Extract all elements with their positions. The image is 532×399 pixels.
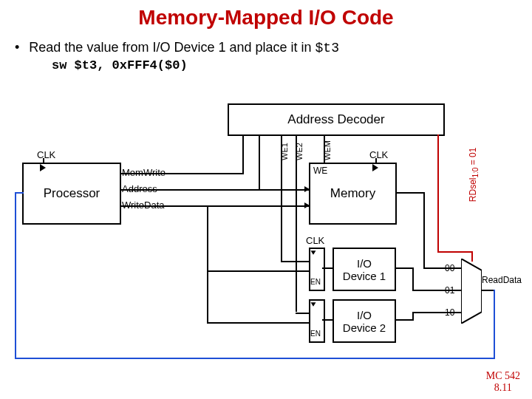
rdsel-label: RDsel1:0 = 01	[468, 135, 480, 202]
footer-page: 8.11	[486, 382, 520, 393]
wire-blue	[494, 290, 495, 358]
wem-label: WEM	[323, 138, 332, 160]
wire	[207, 270, 309, 272]
wire-blue	[15, 192, 24, 194]
clk-label-io1: CLK	[306, 235, 324, 246]
bullet-dot: •	[15, 40, 19, 55]
wire-rdsel	[437, 251, 473, 253]
wire	[322, 267, 332, 269]
bullet-register: $t3	[316, 41, 339, 55]
processor-box: Processor	[22, 163, 121, 225]
clk-icon	[40, 164, 46, 171]
wire-blue	[15, 192, 16, 359]
address-decoder-box: Address Decoder	[228, 103, 445, 136]
bullet-text: Read the value from I/O Device 1 and pla…	[29, 40, 315, 55]
footer-course: MC 542	[486, 370, 520, 381]
wire	[412, 290, 461, 291]
rdsel-text: RDsel	[468, 178, 478, 202]
rdsel-sub: 1:0	[471, 168, 480, 178]
bullet-item: • Read the value from I/O Device 1 and p…	[15, 40, 532, 55]
io1-box: I/O Device 1	[332, 248, 396, 291]
wire	[296, 313, 309, 314]
io2-label: I/O Device 2	[343, 309, 386, 334]
io1-label: I/O Device 1	[343, 257, 386, 282]
wire	[120, 173, 244, 174]
wire	[259, 134, 260, 191]
clk-label-proc: CLK	[37, 149, 55, 160]
svg-marker-0	[461, 259, 482, 324]
en-label-io1: EN	[310, 278, 321, 286]
wire	[242, 134, 244, 174]
io2-box: I/O Device 2	[332, 299, 396, 343]
code-line: sw $t3, 0xFFF4($0)	[52, 58, 532, 72]
wire	[395, 319, 414, 321]
wire	[412, 267, 414, 290]
wire	[412, 312, 461, 313]
wire	[43, 158, 44, 164]
processor-label: Processor	[44, 186, 100, 201]
clk-icon	[311, 302, 316, 307]
address-decoder-label: Address Decoder	[287, 112, 384, 127]
wire	[375, 158, 377, 164]
clk-label-mem: CLK	[369, 149, 388, 160]
wire	[395, 267, 414, 269]
diagram: Processor CLK MemWrite Address WriteData…	[15, 103, 525, 369]
readdata-label: ReadData	[482, 275, 522, 285]
wire	[423, 267, 461, 269]
wire	[207, 322, 309, 324]
wire-rdsel	[437, 134, 439, 253]
rdsel-eq: = 01	[468, 148, 478, 168]
clk-icon	[372, 164, 378, 171]
wire	[281, 261, 309, 262]
wire	[296, 134, 297, 312]
memory-label: Memory	[330, 186, 375, 201]
mux	[461, 259, 482, 324]
we1-label: WE1	[280, 138, 289, 160]
clk-icon	[311, 250, 316, 255]
we-label: WE	[313, 166, 327, 176]
en-label-io2: EN	[310, 330, 321, 338]
wire	[207, 205, 208, 324]
we2-label: WE2	[295, 138, 304, 160]
wire-blue	[15, 358, 495, 359]
footer: MC 542 8.11	[486, 370, 520, 393]
wire	[395, 192, 425, 194]
wire	[423, 192, 425, 267]
slide-title: Memory-Mapped I/O Code	[0, 0, 532, 30]
wire	[322, 319, 332, 321]
